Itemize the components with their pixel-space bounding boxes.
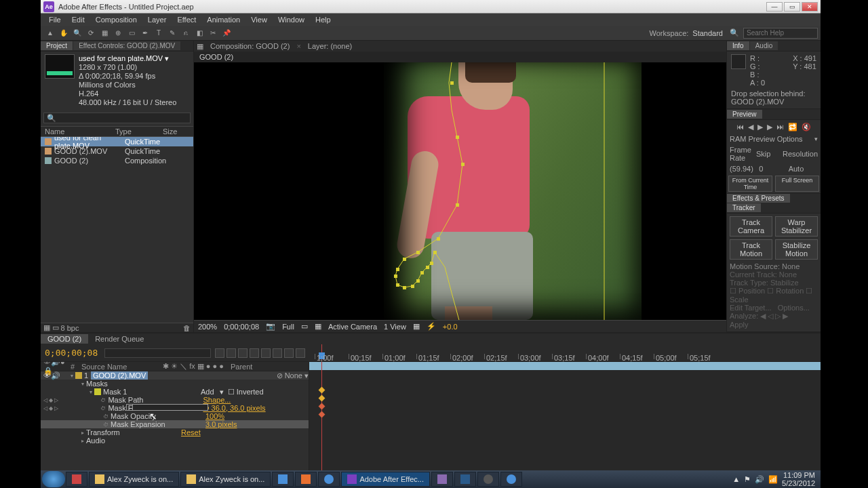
camera-dropdown[interactable]: Active Camera bbox=[328, 323, 377, 331]
track-camera-button[interactable]: Track Camera bbox=[730, 216, 772, 237]
menu-window[interactable]: Window bbox=[273, 16, 310, 24]
menu-edit[interactable]: Edit bbox=[66, 16, 90, 24]
warp-stabilizer-button[interactable]: Warp Stabilizer bbox=[775, 216, 818, 237]
motion-source-value[interactable]: None bbox=[782, 262, 800, 270]
start-button[interactable] bbox=[42, 471, 65, 487]
interpret-icon[interactable]: ▦ bbox=[43, 323, 50, 332]
ram-preview-label[interactable]: RAM Preview Options bbox=[730, 135, 814, 143]
tab-info[interactable]: Info bbox=[727, 41, 749, 50]
graph-editor-icon[interactable] bbox=[284, 348, 294, 358]
frame-blend-icon[interactable] bbox=[250, 348, 259, 358]
menu-file[interactable]: File bbox=[43, 16, 66, 24]
col-name[interactable]: Name bbox=[41, 127, 115, 136]
val-resolution[interactable]: Auto bbox=[789, 165, 818, 173]
zoom-tool[interactable]: 🔍 bbox=[71, 27, 83, 39]
full-screen-button[interactable]: Full Screen bbox=[775, 176, 819, 192]
keyframe[interactable] bbox=[319, 387, 326, 394]
minimize-button[interactable]: — bbox=[766, 2, 783, 12]
taskbar-item[interactable]: Alex Zyweck is on... bbox=[89, 472, 179, 487]
mask-path-prop[interactable]: Mask Path bbox=[108, 396, 203, 404]
project-item[interactable]: used for clean plate.MOVQuickTime bbox=[41, 137, 193, 146]
viewer-time[interactable]: 0;00;00;08 bbox=[224, 323, 259, 331]
tab-effect-controls[interactable]: Effect Controls: GOOD (2).MOV bbox=[73, 41, 180, 50]
keyframe[interactable] bbox=[319, 403, 326, 410]
toggle-switches-bar[interactable] bbox=[132, 404, 208, 411]
val-skip[interactable]: 0 bbox=[759, 165, 788, 173]
help-search-input[interactable] bbox=[743, 28, 818, 39]
keyframe[interactable] bbox=[319, 395, 326, 402]
transform-group[interactable]: Transform bbox=[86, 428, 181, 436]
loop-button[interactable]: 🔁 bbox=[788, 123, 797, 131]
clone-tool[interactable]: ⎌ bbox=[180, 27, 192, 39]
pen-tool[interactable]: ✒ bbox=[139, 27, 151, 39]
composition-viewer[interactable] bbox=[194, 62, 726, 320]
draft3d-icon[interactable] bbox=[226, 348, 236, 358]
layer-name[interactable]: GOOD (2).MOV bbox=[91, 371, 148, 380]
menu-bar[interactable]: File Edit Composition Layer Effect Anima… bbox=[41, 14, 821, 26]
comp-nav-icon[interactable]: ▦ bbox=[197, 42, 203, 51]
selection-tool[interactable]: ▲ bbox=[44, 27, 56, 39]
prev-frame-button[interactable]: ◀ bbox=[748, 123, 753, 131]
taskbar-item-active[interactable]: Adobe After Effec... bbox=[341, 472, 430, 487]
col-size[interactable]: Size bbox=[163, 127, 177, 136]
next-frame-button[interactable]: ▶ bbox=[767, 123, 772, 131]
maximize-button[interactable]: ▭ bbox=[784, 2, 800, 12]
tab-layer[interactable]: Layer: (none) bbox=[308, 42, 352, 50]
menu-animation[interactable]: Animation bbox=[201, 16, 245, 24]
menu-view[interactable]: View bbox=[245, 16, 273, 24]
tray-icon[interactable]: 📶 bbox=[768, 475, 778, 484]
taskbar-item[interactable] bbox=[66, 472, 87, 487]
comp-mini-flowchart-icon[interactable] bbox=[215, 348, 224, 358]
taskbar-item[interactable] bbox=[454, 472, 476, 487]
menu-layer[interactable]: Layer bbox=[142, 16, 172, 24]
tab-audio[interactable]: Audio bbox=[750, 41, 778, 50]
taskbar-item[interactable] bbox=[295, 472, 317, 487]
current-time[interactable]: 0;00;00;08 bbox=[45, 348, 98, 358]
menu-composition[interactable]: Composition bbox=[90, 16, 142, 24]
last-frame-button[interactable]: ⏭ bbox=[776, 123, 784, 131]
tray-icon[interactable]: ⚑ bbox=[744, 475, 751, 484]
project-item[interactable]: GOOD (2).MOVQuickTime bbox=[41, 146, 193, 156]
play-button[interactable]: ▶ bbox=[757, 123, 763, 131]
mask-mode-dropdown[interactable]: Add bbox=[201, 388, 214, 396]
taskbar-item[interactable] bbox=[431, 472, 453, 487]
camera-tool[interactable]: ▦ bbox=[98, 27, 111, 39]
taskbar-item[interactable] bbox=[500, 472, 522, 487]
timeline-tab-render[interactable]: Render Queue bbox=[88, 334, 151, 344]
taskbar-item[interactable] bbox=[272, 472, 294, 487]
mask-path-overlay[interactable] bbox=[194, 62, 669, 320]
tab-project[interactable]: Project bbox=[41, 41, 73, 50]
tab-preview[interactable]: Preview bbox=[727, 110, 762, 119]
mute-button[interactable]: 🔇 bbox=[802, 123, 811, 131]
project-item[interactable]: GOOD (2)Composition bbox=[41, 156, 193, 165]
tray-date[interactable]: 5/23/2012 bbox=[782, 479, 815, 487]
fast-preview-icon[interactable]: ⚡ bbox=[427, 322, 436, 331]
keyframe[interactable] bbox=[319, 411, 326, 418]
col-source-name[interactable]: Source Name bbox=[81, 363, 163, 371]
grid-icon[interactable]: ▦ bbox=[315, 322, 321, 331]
val-framerate[interactable]: (59.94) bbox=[730, 165, 759, 173]
masks-group[interactable]: Masks bbox=[86, 380, 108, 388]
menu-help[interactable]: Help bbox=[310, 16, 336, 24]
tab-effects-presets[interactable]: Effects & Presets bbox=[727, 194, 790, 203]
layer-bar[interactable] bbox=[309, 362, 821, 370]
hand-tool[interactable]: ✋ bbox=[58, 27, 70, 39]
mask-expansion-prop[interactable]: Mask Expansion bbox=[111, 420, 205, 428]
zoom-dropdown[interactable]: 200% bbox=[198, 323, 217, 331]
workspace-value[interactable]: Standard bbox=[692, 29, 723, 37]
shy-icon[interactable] bbox=[238, 348, 248, 358]
from-current-time-button[interactable]: From Current Time bbox=[728, 176, 772, 192]
folder-icon[interactable]: ▭ bbox=[52, 323, 59, 332]
first-frame-button[interactable]: ⏮ bbox=[736, 123, 744, 131]
col-parent[interactable]: Parent bbox=[231, 363, 252, 371]
tray-time[interactable]: 11:09 PM bbox=[782, 471, 815, 479]
track-motion-button[interactable]: Track Motion bbox=[730, 239, 772, 260]
eraser-tool[interactable]: ◧ bbox=[193, 27, 205, 39]
tab-composition[interactable]: Composition: GOOD (2) bbox=[210, 42, 290, 50]
brush-tool[interactable]: ✎ bbox=[166, 27, 178, 39]
trash-icon[interactable]: 🗑 bbox=[183, 324, 191, 332]
menu-effect[interactable]: Effect bbox=[172, 16, 201, 24]
puppet-tool[interactable]: 📌 bbox=[220, 27, 233, 39]
mask-1[interactable]: Mask 1 bbox=[103, 388, 198, 396]
taskbar-item[interactable] bbox=[477, 472, 499, 487]
